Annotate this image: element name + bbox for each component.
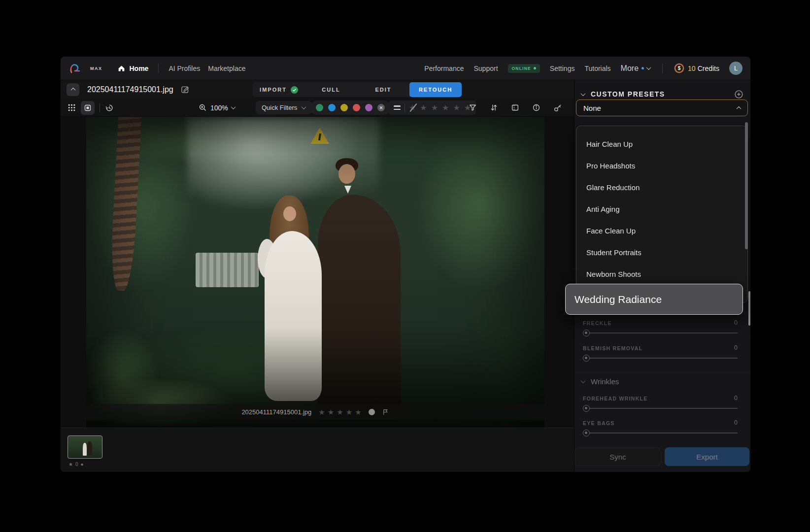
panel-scrollbar[interactable]	[748, 291, 750, 326]
freckle-label: FRECKLE	[583, 320, 612, 326]
nav-support[interactable]: Support	[473, 65, 498, 72]
nav-more-menu[interactable]: More	[621, 64, 650, 73]
preset-option[interactable]: Face Clean Up	[576, 220, 747, 242]
slider-thumb[interactable]	[583, 355, 590, 362]
star-icon: ★	[68, 462, 73, 467]
keyboard-shortcuts-key-icon[interactable]	[553, 103, 562, 112]
grid-view-icon[interactable]	[68, 103, 76, 112]
info-icon[interactable]	[532, 103, 540, 112]
rename-file-button[interactable]	[180, 85, 190, 94]
toolbar-divider	[405, 103, 405, 112]
flag-icon[interactable]	[382, 408, 389, 416]
preset-option[interactable]: Student Portraits	[576, 242, 747, 264]
star-icon[interactable]: ★	[453, 104, 460, 112]
color-filter-purple[interactable]	[365, 104, 372, 111]
credits-label: Credits	[698, 65, 719, 72]
star-icon[interactable]: ★	[355, 408, 361, 416]
nav-marketplace[interactable]: Marketplace	[208, 65, 245, 72]
zoom-in-icon	[199, 103, 207, 112]
nav-settings[interactable]: Settings	[550, 65, 575, 72]
canvas-toolbar: 100% Quick Filters ✕ ★ ★ ★ ★ ★ ★	[61, 99, 574, 117]
brand-logo-icon[interactable]	[68, 62, 81, 75]
panel-layout-icon[interactable]	[511, 103, 519, 112]
color-filter-clear-button[interactable]: ✕	[377, 104, 385, 111]
sync-button[interactable]: Sync	[574, 447, 661, 466]
star-icon[interactable]: ★	[337, 408, 343, 416]
color-filter-blue[interactable]	[328, 104, 336, 111]
preset-option[interactable]: Anti Aging	[576, 199, 747, 220]
preset-select[interactable]: None	[576, 100, 748, 116]
star-icon[interactable]: ★	[420, 104, 427, 112]
history-icon[interactable]	[105, 103, 114, 112]
main-photo[interactable]: 20250411174915001.jpg ★ ★ ★ ★ ★	[86, 117, 544, 428]
wrinkles-section-header[interactable]: Wrinkles	[581, 377, 619, 386]
tab-retouch[interactable]: RETOUCH	[409, 82, 462, 97]
tab-edit[interactable]: EDIT	[357, 82, 409, 97]
color-filter-green[interactable]	[316, 104, 323, 111]
file-bar: 20250411174915001.jpg IMPORT CULL EDIT R…	[61, 80, 574, 99]
chevron-down-icon	[646, 65, 651, 70]
sort-icon[interactable]	[490, 103, 498, 112]
nav-divider	[158, 64, 159, 73]
tab-cull[interactable]: CULL	[305, 82, 357, 97]
custom-presets-title: CUSTOM PRESETS	[591, 90, 665, 98]
eye-bags-slider[interactable]	[583, 430, 738, 436]
zoom-level-value: 100%	[210, 104, 228, 112]
slider-thumb[interactable]	[583, 430, 590, 436]
chevron-down-icon	[302, 104, 306, 109]
nav-divider	[662, 64, 663, 73]
slider-track[interactable]	[587, 408, 738, 409]
slider-track[interactable]	[587, 358, 738, 359]
match-mode-icon[interactable]	[394, 105, 401, 110]
preset-drag-label: Wedding Radiance	[574, 294, 662, 305]
preset-dropdown-list: Hair Clean Up Pro Headshots Glare Reduct…	[576, 126, 748, 303]
preset-option-wedding-radiance[interactable]: Wedding Radiance	[565, 284, 743, 315]
filmstrip-thumbnail[interactable]	[68, 435, 102, 459]
color-dot-icon: ●	[81, 462, 84, 467]
star-icon[interactable]: ★	[318, 408, 325, 416]
zoom-control[interactable]: 100%	[199, 99, 235, 117]
star-icon[interactable]: ★	[442, 104, 449, 112]
add-preset-button[interactable]	[734, 90, 743, 99]
freckle-slider[interactable]	[583, 330, 738, 336]
export-button[interactable]: Export	[665, 447, 749, 466]
nav-performance[interactable]: Performance	[424, 65, 464, 72]
slider-track[interactable]	[587, 332, 738, 333]
filter-funnel-icon[interactable]	[469, 103, 477, 112]
nav-home[interactable]: Home	[117, 64, 149, 72]
user-avatar[interactable]: L	[729, 62, 742, 75]
freckle-value: 0	[734, 319, 738, 326]
slider-thumb[interactable]	[583, 405, 590, 412]
sync-button-label: Sync	[609, 453, 626, 461]
slider-thumb[interactable]	[583, 330, 590, 336]
tab-import[interactable]: IMPORT	[253, 82, 305, 97]
slider-track[interactable]	[587, 432, 738, 433]
chevron-up-icon	[70, 88, 75, 93]
preset-option[interactable]: Newborn Shoots	[576, 264, 747, 285]
tab-retouch-label: RETOUCH	[419, 87, 452, 93]
custom-presets-header[interactable]: CUSTOM PRESETS	[574, 88, 750, 100]
star-clear-icon[interactable]: ★	[409, 104, 416, 112]
tab-import-label: IMPORT	[260, 87, 287, 93]
forehead-wrinkle-slider[interactable]	[583, 405, 738, 412]
preset-option[interactable]: Pro Headshots	[576, 155, 747, 177]
color-filter-yellow[interactable]	[340, 104, 348, 111]
preset-option[interactable]: Hair Clean Up	[576, 133, 747, 155]
dropdown-scrollbar[interactable]	[745, 122, 748, 249]
star-icon[interactable]: ★	[431, 104, 438, 112]
star-icon[interactable]: ★	[328, 408, 334, 416]
nav-tutorials[interactable]: Tutorials	[584, 65, 610, 72]
star-icon[interactable]: ★	[346, 408, 352, 416]
credits-indicator[interactable]: $ 10Credits	[675, 64, 719, 73]
color-label-icon[interactable]	[369, 409, 375, 415]
blemish-removal-slider[interactable]	[583, 355, 738, 362]
quick-filters-dropdown[interactable]: Quick Filters	[256, 101, 311, 114]
preset-option[interactable]: Glare Reduction	[576, 177, 747, 199]
toolbar-divider	[100, 103, 100, 112]
single-image-view-button[interactable]	[81, 101, 95, 115]
nav-ai-profiles[interactable]: AI Profiles	[169, 65, 200, 72]
forehead-wrinkle-value: 0	[734, 395, 738, 401]
color-filter-red[interactable]	[353, 104, 360, 111]
notification-dot-icon	[641, 67, 644, 69]
collapse-filename-button[interactable]	[67, 83, 79, 96]
